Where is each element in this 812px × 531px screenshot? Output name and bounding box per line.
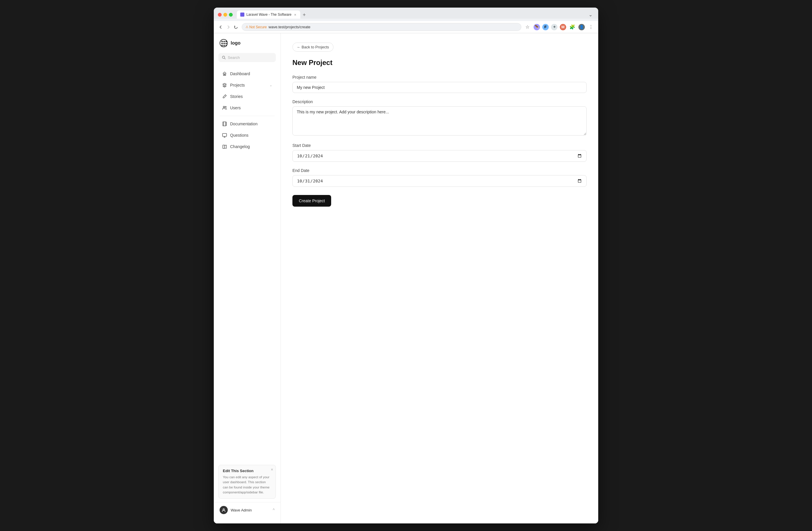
svg-rect-2: [225, 74, 226, 75]
browser-chrome: Laravel Wave - The Software × + ⌄: [214, 8, 598, 19]
monitor-icon: [222, 132, 227, 138]
avatar: [220, 506, 228, 514]
minimize-window-button[interactable]: [223, 13, 227, 17]
edit-section-close-button[interactable]: ×: [271, 467, 273, 472]
sidebar-item-projects[interactable]: Projects ⌄: [216, 80, 278, 90]
close-window-button[interactable]: [218, 13, 222, 17]
ext-spark-icon[interactable]: ✦: [551, 24, 557, 30]
start-date-label: Start Date: [292, 143, 586, 148]
browser-controls: Laravel Wave - The Software × + ⌄: [218, 11, 594, 19]
home-icon: [222, 71, 227, 76]
footer-user-name: Wave Admin: [231, 508, 252, 512]
back-nav-button[interactable]: [217, 24, 224, 31]
start-date-group: Start Date: [292, 143, 586, 162]
projects-chevron-icon: ⌄: [270, 83, 272, 87]
description-label: Description: [292, 99, 586, 104]
back-to-projects-button[interactable]: ← Back to Projects: [292, 43, 333, 52]
sidebar-item-users[interactable]: Users: [216, 102, 278, 113]
profile-icon[interactable]: 👤: [578, 24, 585, 30]
description-input[interactable]: This is my new project. Add your descrip…: [292, 107, 586, 136]
nav-divider: [220, 116, 275, 116]
logo-text: logo: [231, 41, 241, 46]
traffic-lights: [218, 13, 233, 17]
svg-point-4: [225, 107, 226, 108]
users-icon: [222, 105, 227, 110]
end-date-group: End Date: [292, 168, 586, 187]
browser-toolbar: ⚠ Not Secure wave.test/projects/create ☆…: [214, 21, 598, 33]
extensions-button[interactable]: 🧩: [568, 23, 576, 31]
search-icon: [222, 56, 226, 59]
book-icon: [222, 121, 227, 126]
tab-label: Laravel Wave - The Software: [246, 13, 292, 17]
project-name-group: Project name: [292, 75, 586, 93]
main-content: ← Back to Projects New Project Project n…: [281, 33, 598, 523]
sidebar-item-label-documentation: Documentation: [230, 122, 258, 126]
edit-section-text: You can edit any aspect of your user das…: [223, 475, 272, 495]
sidebar-item-label-questions: Questions: [230, 133, 248, 138]
sidebar-item-label-projects: Projects: [230, 83, 245, 87]
app-layout: logo Search Dashboard: [214, 33, 598, 523]
svg-rect-6: [222, 134, 227, 136]
create-project-button[interactable]: Create Project: [292, 195, 331, 207]
tab-favicon: [240, 13, 244, 17]
ext-figma-icon[interactable]: F: [542, 24, 549, 30]
sidebar-item-dashboard[interactable]: Dashboard: [216, 68, 278, 79]
layers-icon: [222, 83, 227, 88]
svg-point-7: [223, 509, 224, 510]
url-bar[interactable]: ⚠ Not Secure wave.test/projects/create: [242, 23, 521, 31]
sidebar-item-changelog[interactable]: Changelog: [216, 141, 278, 152]
security-label: Not Secure: [249, 25, 267, 29]
sidebar-item-label-users: Users: [230, 106, 241, 110]
sidebar-footer[interactable]: Wave Admin ^: [214, 502, 280, 518]
search-box[interactable]: Search: [218, 53, 276, 62]
start-date-input[interactable]: [292, 150, 586, 162]
end-date-label: End Date: [292, 168, 586, 173]
sidebar-item-questions[interactable]: Questions: [216, 130, 278, 141]
edit-section-box: × Edit This Section You can edit any asp…: [218, 465, 276, 499]
page-title: New Project: [292, 59, 586, 67]
bookmark-button[interactable]: ☆: [524, 23, 531, 31]
svg-rect-1: [223, 74, 224, 75]
book-open-icon: [222, 144, 227, 149]
footer-chevron-icon: ^: [273, 508, 275, 512]
browser-menu-button[interactable]: ⌄: [586, 11, 594, 18]
sidebar-item-label-dashboard: Dashboard: [230, 71, 250, 76]
sidebar-nav: Dashboard Projects ⌄ Stories: [214, 67, 280, 461]
security-icon: ⚠ Not Secure: [246, 25, 267, 29]
tab-close-button[interactable]: ×: [293, 13, 297, 17]
sidebar-logo: logo: [214, 39, 280, 53]
description-group: Description This is my new project. Add …: [292, 99, 586, 137]
svg-point-3: [223, 107, 225, 108]
sidebar-item-documentation[interactable]: Documentation: [216, 118, 278, 129]
ext-user-icon[interactable]: M: [560, 24, 566, 30]
footer-user: Wave Admin: [220, 506, 252, 514]
toolbar-right: ☆ 🪶 F ✦ M 🧩 👤 ⋮: [524, 23, 595, 31]
end-date-input[interactable]: [292, 175, 586, 187]
search-placeholder: Search: [228, 55, 240, 60]
tabs-row: Laravel Wave - The Software × +: [237, 11, 307, 19]
forward-nav-button[interactable]: [225, 24, 232, 31]
sidebar-item-label-stories: Stories: [230, 94, 243, 99]
project-name-input[interactable]: [292, 82, 586, 93]
project-name-label: Project name: [292, 75, 586, 80]
svg-point-0: [222, 56, 225, 59]
edit-section-title: Edit This Section: [223, 469, 272, 473]
sidebar: logo Search Dashboard: [214, 33, 281, 523]
sidebar-item-label-changelog: Changelog: [230, 144, 250, 149]
nav-button-group: [217, 24, 240, 31]
sidebar-item-stories[interactable]: Stories: [216, 91, 278, 102]
url-text: wave.test/projects/create: [269, 25, 518, 29]
new-tab-button[interactable]: +: [301, 12, 307, 18]
ext-feather-icon[interactable]: 🪶: [534, 24, 540, 30]
logo-icon: [220, 39, 228, 47]
browser-window: Laravel Wave - The Software × + ⌄: [214, 8, 598, 523]
reload-button[interactable]: [232, 24, 240, 31]
chrome-menu-button[interactable]: ⋮: [587, 23, 595, 31]
svg-rect-5: [223, 122, 226, 126]
active-tab[interactable]: Laravel Wave - The Software ×: [237, 11, 300, 19]
pen-icon: [222, 94, 227, 99]
maximize-window-button[interactable]: [229, 13, 233, 17]
